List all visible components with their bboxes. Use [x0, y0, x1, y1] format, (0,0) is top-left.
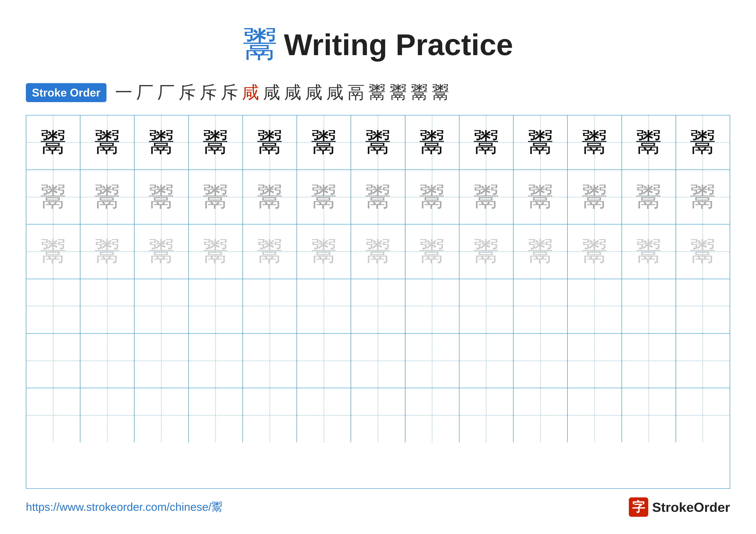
grid-cell-r4-c13[interactable]: [676, 279, 730, 333]
grid-cell-r4-c5[interactable]: [243, 279, 297, 333]
grid-cell-r1-c12[interactable]: 鬻: [622, 115, 676, 169]
grid-cell-r2-c10[interactable]: 鬻: [514, 170, 568, 224]
stroke-step-2: 厂: [136, 81, 153, 104]
grid-cell-r1-c6[interactable]: 鬻: [297, 115, 351, 169]
footer: https://www.strokeorder.com/chinese/鬻 字 …: [26, 497, 730, 517]
grid-cell-r4-c7[interactable]: [351, 279, 405, 333]
grid-cell-r5-c1[interactable]: [26, 334, 80, 388]
grid-cell-r4-c2[interactable]: [80, 279, 134, 333]
practice-char: 鬻: [636, 239, 662, 265]
grid-cell-r4-c11[interactable]: [568, 279, 622, 333]
grid-cell-r1-c5[interactable]: 鬻: [243, 115, 297, 169]
practice-char: 鬻: [311, 130, 337, 156]
grid-cell-r2-c8[interactable]: 鬻: [405, 170, 459, 224]
grid-cell-r5-c2[interactable]: [80, 334, 134, 388]
grid-cell-r6-c1[interactable]: [26, 388, 80, 442]
grid-cell-r4-c4[interactable]: [189, 279, 243, 333]
grid-cell-r1-c4[interactable]: 鬻: [189, 115, 243, 169]
grid-cell-r2-c2[interactable]: 鬻: [80, 170, 134, 224]
grid-cell-r1-c13[interactable]: 鬻: [676, 115, 730, 169]
practice-char: 鬻: [311, 184, 337, 210]
grid-cell-r6-c10[interactable]: [514, 388, 568, 442]
grid-cell-r6-c7[interactable]: [351, 388, 405, 442]
grid-cell-r6-c5[interactable]: [243, 388, 297, 442]
grid-cell-r2-c11[interactable]: 鬻: [568, 170, 622, 224]
grid-cell-r5-c6[interactable]: [297, 334, 351, 388]
grid-cell-r4-c12[interactable]: [622, 279, 676, 333]
grid-cell-r1-c3[interactable]: 鬻: [134, 115, 189, 169]
grid-cell-r4-c9[interactable]: [459, 279, 514, 333]
grid-cell-r4-c8[interactable]: [405, 279, 459, 333]
grid-cell-r3-c2[interactable]: 鬻: [80, 224, 134, 279]
practice-char: 鬻: [94, 184, 120, 210]
grid-cell-r2-c3[interactable]: 鬻: [134, 170, 189, 224]
grid-cell-r6-c11[interactable]: [568, 388, 622, 442]
grid-cell-r4-c10[interactable]: [514, 279, 568, 333]
stroke-order-logo-icon: 字: [629, 497, 648, 517]
grid-cell-r3-c8[interactable]: 鬻: [405, 224, 459, 279]
grid-cell-r1-c8[interactable]: 鬻: [405, 115, 459, 169]
grid-cell-r1-c11[interactable]: 鬻: [568, 115, 622, 169]
grid-cell-r6-c4[interactable]: [189, 388, 243, 442]
grid-cell-r5-c11[interactable]: [568, 334, 622, 388]
grid-cell-r1-c2[interactable]: 鬻: [80, 115, 134, 169]
grid-cell-r3-c10[interactable]: 鬻: [514, 224, 568, 279]
grid-cell-r1-c9[interactable]: 鬻: [459, 115, 514, 169]
stroke-step-10: 咸: [305, 81, 322, 104]
grid-cell-r5-c4[interactable]: [189, 334, 243, 388]
grid-cell-r2-c9[interactable]: 鬻: [459, 170, 514, 224]
grid-cell-r3-c5[interactable]: 鬻: [243, 224, 297, 279]
grid-cell-r3-c6[interactable]: 鬻: [297, 224, 351, 279]
grid-cell-r5-c8[interactable]: [405, 334, 459, 388]
grid-cell-r5-c12[interactable]: [622, 334, 676, 388]
grid-cell-r2-c12[interactable]: 鬻: [622, 170, 676, 224]
grid-cell-r3-c4[interactable]: 鬻: [189, 224, 243, 279]
grid-cell-r6-c6[interactable]: [297, 388, 351, 442]
grid-cell-r3-c9[interactable]: 鬻: [459, 224, 514, 279]
grid-cell-r5-c3[interactable]: [134, 334, 189, 388]
grid-cell-r2-c5[interactable]: 鬻: [243, 170, 297, 224]
practice-char: 鬻: [690, 130, 716, 156]
grid-cell-r4-c1[interactable]: [26, 279, 80, 333]
grid-cell-r1-c10[interactable]: 鬻: [514, 115, 568, 169]
grid-cell-r1-c1[interactable]: 鬻: [26, 115, 80, 169]
grid-cell-r6-c3[interactable]: [134, 388, 189, 442]
grid-cell-r3-c13[interactable]: 鬻: [676, 224, 730, 279]
grid-cell-r6-c13[interactable]: [676, 388, 730, 442]
stroke-step-1: 一: [115, 81, 132, 104]
grid-cell-r5-c13[interactable]: [676, 334, 730, 388]
practice-char: 鬻: [365, 184, 391, 210]
stroke-step-4: 斥: [178, 81, 196, 104]
grid-cell-r2-c7[interactable]: 鬻: [351, 170, 405, 224]
grid-cell-r6-c9[interactable]: [459, 388, 514, 442]
grid-cell-r6-c2[interactable]: [80, 388, 134, 442]
grid-row-6: [26, 388, 730, 442]
grid-cell-r2-c1[interactable]: 鬻: [26, 170, 80, 224]
grid-cell-r5-c9[interactable]: [459, 334, 514, 388]
grid-cell-r4-c3[interactable]: [134, 279, 189, 333]
grid-cell-r1-c7[interactable]: 鬻: [351, 115, 405, 169]
grid-cell-r6-c12[interactable]: [622, 388, 676, 442]
practice-char: 鬻: [636, 130, 662, 156]
grid-cell-r3-c7[interactable]: 鬻: [351, 224, 405, 279]
stroke-step-9: 咸: [284, 81, 301, 104]
grid-row-4: [26, 279, 730, 334]
grid-cell-r2-c6[interactable]: 鬻: [297, 170, 351, 224]
practice-char: 鬻: [473, 130, 499, 156]
grid-cell-r2-c4[interactable]: 鬻: [189, 170, 243, 224]
stroke-step-3: 厂: [157, 81, 175, 104]
grid-cell-r6-c8[interactable]: [405, 388, 459, 442]
grid-cell-r2-c13[interactable]: 鬻: [676, 170, 730, 224]
practice-char: 鬻: [527, 130, 554, 156]
grid-cell-r3-c3[interactable]: 鬻: [134, 224, 189, 279]
grid-cell-r3-c12[interactable]: 鬻: [622, 224, 676, 279]
stroke-step-11: 咸: [326, 81, 343, 104]
practice-char: 鬻: [257, 184, 283, 210]
title-area: 鬻 Writing Practice: [243, 21, 513, 68]
grid-cell-r5-c5[interactable]: [243, 334, 297, 388]
grid-cell-r3-c11[interactable]: 鬻: [568, 224, 622, 279]
grid-cell-r5-c7[interactable]: [351, 334, 405, 388]
grid-cell-r3-c1[interactable]: 鬻: [26, 224, 80, 279]
grid-cell-r5-c10[interactable]: [514, 334, 568, 388]
grid-cell-r4-c6[interactable]: [297, 279, 351, 333]
